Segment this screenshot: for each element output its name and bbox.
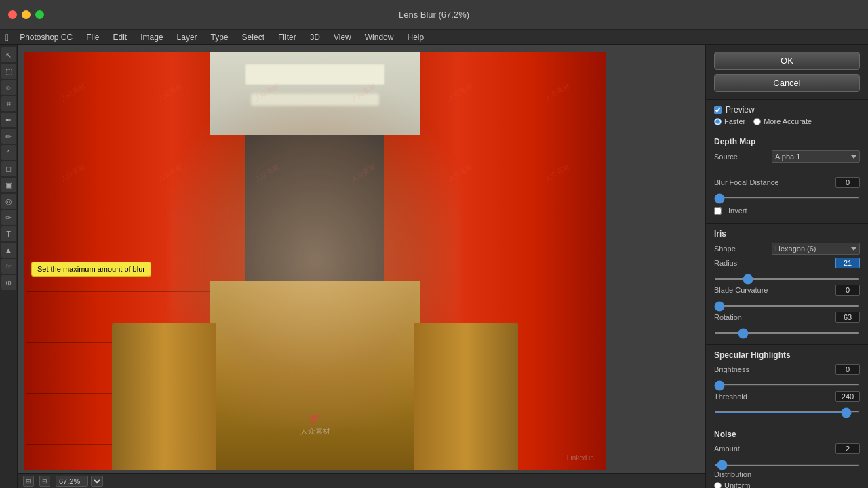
shape-row: Shape Hexagon (6) Triangle (3) Square (4… xyxy=(714,243,860,255)
canvas-bottom-icon1[interactable]: ⊞ xyxy=(23,476,34,487)
close-button[interactable] xyxy=(8,10,17,19)
source-label: Source xyxy=(714,152,738,161)
tool-lasso[interactable]: ⌾ xyxy=(1,80,16,95)
rotation-slider-container xyxy=(714,325,860,339)
radius-label: Radius xyxy=(714,259,737,267)
tool-stamp[interactable]: ⎖ xyxy=(1,145,16,160)
blade-slider[interactable] xyxy=(714,305,860,307)
action-buttons: OK Cancel xyxy=(706,45,868,100)
canvas-bottom-icon2[interactable]: ⊟ xyxy=(39,476,50,487)
faster-radio[interactable] xyxy=(714,118,722,125)
menu-photoshop[interactable]: Photoshop CC xyxy=(14,31,78,43)
iris-section: Iris Shape Hexagon (6) Triangle (3) Squa… xyxy=(706,224,868,345)
threshold-slider[interactable] xyxy=(714,411,860,413)
brightness-slider-container xyxy=(714,378,860,391)
minimize-button[interactable] xyxy=(22,10,31,19)
canvas-area: 人众素材 人众素材 人众素材 人众素材 人众素材 人众素材 人众素材 人众素材 … xyxy=(18,45,705,488)
uniform-row: Uniform xyxy=(714,481,860,488)
blade-curvature-value[interactable]: 0 xyxy=(835,285,860,296)
iris-title: Iris xyxy=(714,229,860,239)
preview-radio-options: Faster More Accurate xyxy=(714,117,860,125)
blade-curvature-label: Blade Curvature xyxy=(714,286,768,294)
rotation-value[interactable]: 63 xyxy=(835,312,860,323)
more-accurate-radio-label: More Accurate xyxy=(753,117,812,125)
image-background: 人众素材 人众素材 人众素材 人众素材 人众素材 人众素材 人众素材 人众素材 … xyxy=(24,52,606,470)
tool-gradient[interactable]: ▣ xyxy=(1,178,16,192)
maximize-button[interactable] xyxy=(35,10,44,19)
blur-focal-slider[interactable] xyxy=(714,197,860,199)
uniform-radio[interactable] xyxy=(714,482,722,489)
invert-checkbox[interactable] xyxy=(714,207,722,215)
more-accurate-radio[interactable] xyxy=(753,118,761,125)
preview-section: Preview Faster More Accurate xyxy=(706,100,868,131)
menu-select[interactable]: Select xyxy=(237,31,270,43)
menu-image[interactable]: Image xyxy=(135,31,168,43)
brightness-row: Brightness 0 xyxy=(714,364,860,375)
brightness-slider[interactable] xyxy=(714,384,860,386)
menu-3d[interactable]: 3D xyxy=(304,31,326,43)
rotation-slider[interactable] xyxy=(714,332,860,334)
menu-file[interactable]: File xyxy=(81,31,104,43)
right-panel: OK Cancel Preview Faster More Accurate xyxy=(705,45,868,488)
tool-brush[interactable]: ✏ xyxy=(1,129,16,144)
specular-section: Specular Highlights Brightness 0 Thresho… xyxy=(706,345,868,424)
menu-filter[interactable]: Filter xyxy=(273,31,302,43)
tool-shape[interactable]: ▲ xyxy=(1,243,16,258)
threshold-slider-container xyxy=(714,405,860,418)
tooltip: Set the maximum amount of blur xyxy=(31,262,151,277)
radius-slider[interactable] xyxy=(714,278,860,280)
menu-view[interactable]: View xyxy=(328,31,357,43)
noise-slider[interactable] xyxy=(714,464,860,466)
specular-title: Specular Highlights xyxy=(714,350,860,360)
zoom-display: ▾ xyxy=(56,476,103,487)
depth-map-section: Depth Map Source Alpha 1 None Transparen… xyxy=(706,131,868,171)
threshold-value[interactable]: 240 xyxy=(835,391,860,402)
tool-eraser[interactable]: ◻ xyxy=(1,161,16,176)
tool-zoom[interactable]: ⊕ xyxy=(1,275,16,290)
noise-amount-label: Amount xyxy=(714,445,740,453)
linkedIn-watermark: Linked in xyxy=(567,454,594,462)
noise-amount-value[interactable]: 2 xyxy=(835,443,860,454)
threshold-row: Threshold 240 xyxy=(714,391,860,402)
radius-slider-container xyxy=(714,271,860,285)
brightness-label: Brightness xyxy=(714,365,749,373)
apple-logo-icon:  xyxy=(5,32,9,43)
shape-dropdown[interactable]: Hexagon (6) Triangle (3) Square (4) Pent… xyxy=(772,243,860,255)
source-row: Source Alpha 1 None Transparency Layer M… xyxy=(714,150,860,163)
tool-blur[interactable]: ◎ xyxy=(1,194,16,209)
tool-marquee[interactable]: ⬚ xyxy=(1,64,16,79)
menu-layer[interactable]: Layer xyxy=(172,31,203,43)
blur-focal-value[interactable]: 0 xyxy=(835,177,860,188)
ok-button[interactable]: OK xyxy=(714,52,860,70)
preview-checkbox[interactable] xyxy=(714,106,722,114)
bottom-watermark: ◤ 人众素材 xyxy=(300,411,330,436)
canvas-bottom-bar: ⊞ ⊟ ▾ xyxy=(18,473,705,488)
brightness-value[interactable]: 0 xyxy=(835,364,860,375)
source-dropdown[interactable]: Alpha 1 None Transparency Layer Mask xyxy=(772,150,860,163)
menu-type[interactable]: Type xyxy=(205,31,234,43)
menu-window[interactable]: Window xyxy=(359,31,399,43)
tool-crop[interactable]: ⌗ xyxy=(1,96,16,111)
cancel-button[interactable]: Cancel xyxy=(714,74,860,92)
tool-move[interactable]: ↖ xyxy=(1,47,16,62)
preview-row: Preview xyxy=(714,105,860,115)
tool-text[interactable]: T xyxy=(1,226,16,241)
threshold-label: Threshold xyxy=(714,392,747,401)
invert-label: Invert xyxy=(728,207,747,215)
menu-help[interactable]: Help xyxy=(401,31,429,43)
menu-edit[interactable]: Edit xyxy=(108,31,133,43)
canvas-image: 人众素材 人众素材 人众素材 人众素材 人众素材 人众素材 人众素材 人众素材 … xyxy=(24,52,606,470)
zoom-select[interactable]: ▾ xyxy=(91,476,103,487)
distribution-label: Distribution xyxy=(714,470,860,479)
radius-value[interactable]: 21 xyxy=(835,258,860,268)
blade-curvature-row: Blade Curvature 0 xyxy=(714,285,860,296)
invert-row: Invert xyxy=(714,207,860,215)
depth-map-title: Depth Map xyxy=(714,137,860,146)
tool-hand[interactable]: ☞ xyxy=(1,259,16,274)
tool-pen[interactable]: ✑ xyxy=(1,210,16,225)
zoom-input[interactable] xyxy=(56,476,88,487)
titlebar-buttons[interactable] xyxy=(8,10,44,19)
faster-radio-label: Faster xyxy=(714,117,745,125)
uniform-label: Uniform xyxy=(724,481,751,488)
tool-eyedropper[interactable]: ✒ xyxy=(1,113,16,127)
